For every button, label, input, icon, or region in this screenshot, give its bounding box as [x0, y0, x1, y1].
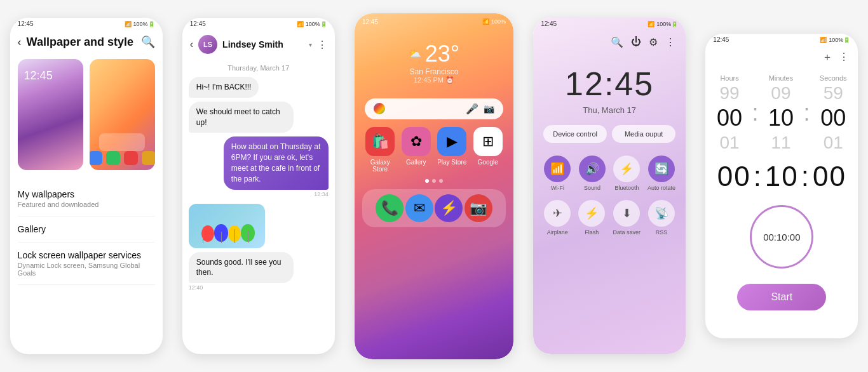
wifi-icon-5: 📶: [820, 37, 827, 43]
timer-header: ＋ ⋮: [705, 46, 858, 69]
status-time-2: 12:45: [190, 20, 206, 27]
more-options-icon[interactable]: ⋮: [317, 39, 327, 51]
seconds-picker[interactable]: Seconds 59 00 01: [820, 74, 847, 153]
menu-items: My wallpapers Featured and downloaded Ga…: [10, 175, 163, 291]
flash-label: Flash: [585, 229, 599, 236]
wallpaper-header: ‹ Wallpaper and style 🔍: [10, 30, 163, 54]
power-icon[interactable]: ⏻: [631, 36, 641, 48]
search-icon[interactable]: 🔍: [141, 35, 155, 49]
qs-autorotate[interactable]: 🔄 Auto rotate: [648, 156, 676, 191]
colon-separator-2: :: [803, 74, 810, 153]
clock-time: 12:45: [533, 65, 686, 103]
dock-camera[interactable]: 📷: [465, 194, 492, 222]
app-galaxy-store[interactable]: 🛍️ Galaxy Store: [365, 127, 396, 173]
status-time-5: 12:45: [713, 36, 729, 43]
start-button[interactable]: Start: [737, 284, 826, 310]
home-icon: [106, 151, 120, 165]
device-control-button[interactable]: Device control: [543, 125, 607, 143]
homescreen-inner: 12:45 📶 100% ⛅ 23° San Francisco 12:45 P…: [355, 13, 513, 359]
wifi-tile-icon: 📶: [544, 156, 571, 182]
dock-phone[interactable]: 📞: [376, 194, 403, 222]
chevron-down-icon: ▾: [309, 41, 312, 48]
wifi-icon-4: 📶: [648, 21, 654, 27]
home-icon: [124, 151, 138, 165]
time-picker: Hours 99 00 01 : Minutes 09 10 11 : Seco…: [705, 69, 858, 158]
menu-item-mywallpapers[interactable]: My wallpapers Featured and downloaded: [18, 182, 155, 216]
hours-picker[interactable]: Hours 99 00 01: [717, 74, 742, 153]
timer-minutes: 10: [765, 161, 799, 192]
lock-screen-preview[interactable]: 12:45: [18, 59, 83, 170]
balloon-string: [248, 230, 248, 243]
status-time-1: 12:45: [18, 20, 34, 27]
more-icon[interactable]: ⋮: [665, 36, 675, 48]
message-bubble-sent: How about on Thursday at 6PM? If you are…: [224, 136, 329, 189]
dock-messages[interactable]: ✉: [405, 194, 433, 222]
status-time-4: 12:45: [541, 20, 557, 27]
rss-tile-icon: 📡: [648, 200, 675, 227]
qs-airplane[interactable]: ✈ Airplane: [544, 200, 571, 236]
datetime: 12:45 PM ⏰: [355, 76, 513, 84]
battery-icon-2: 100%🔋: [306, 21, 327, 27]
autorotate-label: Auto rotate: [648, 185, 675, 191]
status-bar-3: 12:45 📶 100%: [355, 13, 513, 28]
battery-icon-5: 100%🔋: [829, 37, 850, 43]
message-header: ‹ LS Lindsey Smith ▾ ⋮: [182, 30, 335, 59]
qs-rss[interactable]: 📡 RSS: [648, 200, 675, 236]
bluetooth-tile-icon: ⚡: [613, 156, 640, 182]
message-list: Hi~! I'm BACK!!! We should meet to catch…: [182, 77, 335, 291]
item-sub: Featured and downloaded: [18, 201, 155, 208]
wallpaper-previews: 12:45: [10, 54, 163, 175]
menu-item-gallery[interactable]: Gallery: [18, 216, 155, 242]
seconds-above: 59: [824, 83, 843, 103]
qs-datasaver[interactable]: ⬇ Data saver: [613, 200, 641, 236]
airplane-label: Airplane: [547, 229, 568, 236]
timer-hours: 00: [717, 161, 751, 192]
minutes-picker[interactable]: Minutes 09 10 11: [768, 74, 794, 153]
dot-3: [439, 179, 443, 183]
more-timer-icon[interactable]: ⋮: [839, 51, 849, 64]
app-icon-play-store: ▶: [437, 127, 466, 156]
datasaver-label: Data saver: [613, 229, 641, 236]
avatar: LS: [198, 35, 217, 54]
item-sub: Dynamic Lock screen, Samsung Global Goal…: [18, 262, 155, 277]
back-button-2[interactable]: ‹: [190, 39, 193, 50]
back-button[interactable]: ‹: [18, 36, 22, 49]
app-grid: 🛍️ Galaxy Store ✿ Gallery ▶ Play Store ⊞…: [355, 127, 513, 173]
app-icon-gallery: ✿: [402, 127, 431, 156]
location: San Francisco: [355, 67, 513, 76]
menu-item-lockscreen[interactable]: Lock screen wallpaper services Dynamic L…: [18, 242, 155, 285]
app-gallery[interactable]: ✿ Gallery: [400, 127, 431, 173]
qs-flash[interactable]: ⚡ Flash: [578, 200, 605, 236]
app-google[interactable]: ⊞ Google: [472, 127, 503, 173]
mic-icon[interactable]: 🎤: [466, 103, 478, 115]
balloon-string: [221, 232, 222, 243]
settings-icon[interactable]: ⚙: [649, 36, 658, 48]
app-dock: 📞 ✉ ⚡ 📷: [362, 189, 506, 227]
add-icon[interactable]: ＋: [822, 51, 832, 64]
received-group: Sounds good. I'll see you then. 12:40: [189, 252, 329, 291]
app-play-store[interactable]: ▶ Play Store: [437, 127, 468, 173]
flash-tile-icon: ⚡: [578, 200, 605, 227]
airplane-tile-icon: ✈: [544, 200, 571, 227]
weather-icon: ⛅: [409, 48, 421, 60]
home-screen-preview[interactable]: [90, 59, 155, 170]
search-bar[interactable]: 🎤 📷: [365, 98, 503, 119]
seconds-current: 00: [820, 105, 846, 131]
item-title: My wallpapers: [18, 189, 155, 199]
qs-bluetooth[interactable]: ⚡ Bluetooth: [613, 156, 641, 191]
home-icons: [90, 151, 155, 165]
camera-search-icon[interactable]: 📷: [484, 103, 494, 114]
datasaver-tile-icon: ⬇: [613, 200, 640, 227]
dock-teams[interactable]: ⚡: [435, 194, 463, 222]
image-message: [189, 204, 265, 248]
media-output-button[interactable]: Media ouput: [612, 125, 675, 143]
qs-wifi[interactable]: 📶 Wi-Fi: [543, 156, 572, 191]
sound-tile-icon: 🔊: [579, 156, 606, 182]
minutes-above: 09: [771, 83, 790, 103]
status-icons-4: 📶 100%🔋: [648, 21, 678, 27]
dot-2: [432, 179, 436, 183]
status-icons-1: 📶 100%🔋: [125, 21, 155, 27]
search-icon-4[interactable]: 🔍: [611, 36, 623, 48]
qs-sound[interactable]: 🔊 Sound: [578, 156, 607, 191]
hours-above: 99: [719, 83, 739, 103]
